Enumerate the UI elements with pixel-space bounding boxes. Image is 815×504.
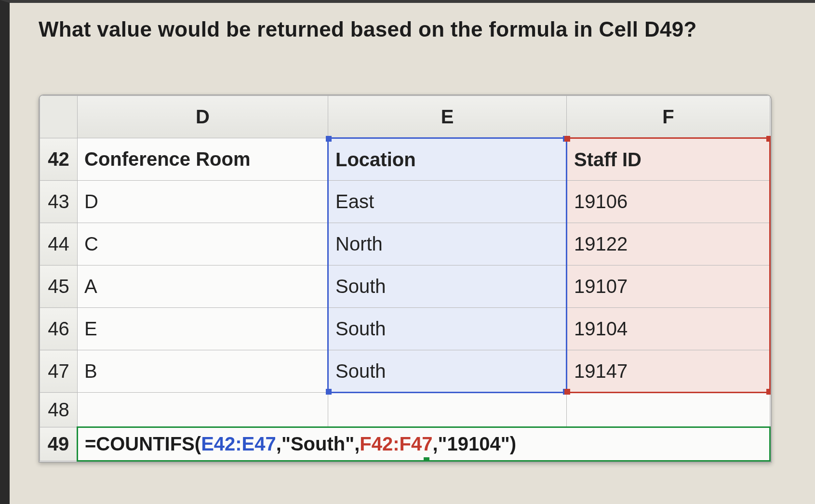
formula-range2: F42:F47 — [360, 433, 432, 454]
row-header-48[interactable]: 48 — [40, 393, 78, 427]
formula-function: COUNTIFS( — [96, 433, 201, 454]
row-45: 45 A South 19107 — [40, 265, 770, 308]
range-handle-icon[interactable] — [326, 389, 332, 395]
cell-D46[interactable]: E — [78, 308, 328, 350]
cell-D47[interactable]: B — [78, 350, 328, 393]
cell-E42[interactable]: Location — [328, 138, 567, 181]
cell-D49-formula[interactable]: =COUNTIFS(E42:E47,"South",F42:F47,"19104… — [78, 427, 770, 461]
cell-E46[interactable]: South — [328, 308, 567, 350]
row-header-45[interactable]: 45 — [40, 265, 78, 308]
formula-range1: E42:E47 — [201, 433, 276, 454]
range-handle-icon[interactable] — [564, 136, 570, 142]
cell-E44[interactable]: North — [328, 223, 567, 265]
cell-E42-text: Location — [335, 149, 416, 170]
cell-F48[interactable] — [567, 393, 770, 427]
cursor-handle-icon[interactable] — [424, 457, 429, 463]
cell-F47-text: 19147 — [574, 360, 628, 382]
cell-F44[interactable]: 19122 — [567, 223, 770, 265]
row-46: 46 E South 19104 — [40, 308, 770, 350]
cell-D43[interactable]: D — [78, 181, 328, 223]
cell-F42[interactable]: Staff ID — [567, 138, 770, 181]
col-header-F[interactable]: F — [567, 96, 770, 138]
cell-F46[interactable]: 19104 — [567, 308, 770, 350]
formula-equals: = — [85, 433, 96, 454]
row-43: 43 D East 19106 — [40, 181, 770, 223]
formula-comma: , — [276, 433, 281, 454]
cell-E45[interactable]: South — [328, 265, 567, 308]
row-header-49[interactable]: 49 — [40, 427, 78, 461]
row-header-43[interactable]: 43 — [40, 181, 78, 223]
row-49: 49 =COUNTIFS(E42:E47,"South",F42:F47,"19… — [40, 427, 770, 461]
cell-E48[interactable] — [328, 393, 567, 427]
formula-comma: , — [432, 433, 438, 454]
range-handle-icon[interactable] — [766, 136, 772, 142]
row-header-47[interactable]: 47 — [40, 350, 78, 393]
range-handle-icon[interactable] — [564, 389, 570, 395]
question-text: What value would be returned based on th… — [39, 17, 786, 41]
row-header-46[interactable]: 46 — [40, 308, 78, 350]
cell-D48[interactable] — [78, 393, 328, 427]
row-44: 44 C North 19122 — [40, 223, 770, 265]
question-page: What value would be returned based on th… — [0, 0, 815, 504]
cell-F47[interactable]: 19147 — [567, 350, 770, 393]
cell-E47[interactable]: South — [328, 350, 567, 393]
formula-crit1: "South" — [281, 433, 354, 454]
range-handle-icon[interactable] — [766, 389, 772, 395]
select-all-corner[interactable] — [40, 96, 78, 138]
spreadsheet-grid[interactable]: D E F 42 Conference Room Location Staff … — [40, 95, 771, 462]
cell-F42-text: Staff ID — [574, 149, 641, 170]
col-header-E[interactable]: E — [328, 96, 567, 138]
row-47: 47 B South 19147 — [40, 350, 770, 393]
row-48: 48 — [40, 393, 770, 427]
cell-E43[interactable]: East — [328, 181, 567, 223]
formula-crit2: "19104" — [438, 433, 510, 454]
cell-E47-text: South — [335, 360, 386, 382]
range-handle-icon[interactable] — [326, 136, 332, 142]
column-header-row: D E F — [40, 96, 770, 138]
cell-D45[interactable]: A — [78, 265, 328, 308]
col-header-D[interactable]: D — [78, 96, 328, 138]
cell-F43[interactable]: 19106 — [567, 181, 770, 223]
formula-comma: , — [354, 433, 360, 454]
row-header-44[interactable]: 44 — [40, 223, 78, 265]
spreadsheet: D E F 42 Conference Room Location Staff … — [39, 94, 772, 463]
cell-F45[interactable]: 19107 — [567, 265, 770, 308]
row-42: 42 Conference Room Location Staff ID — [40, 138, 770, 181]
cell-D44[interactable]: C — [78, 223, 328, 265]
cell-D42[interactable]: Conference Room — [78, 138, 328, 181]
row-header-42[interactable]: 42 — [40, 138, 78, 181]
formula-close: ) — [510, 433, 516, 454]
